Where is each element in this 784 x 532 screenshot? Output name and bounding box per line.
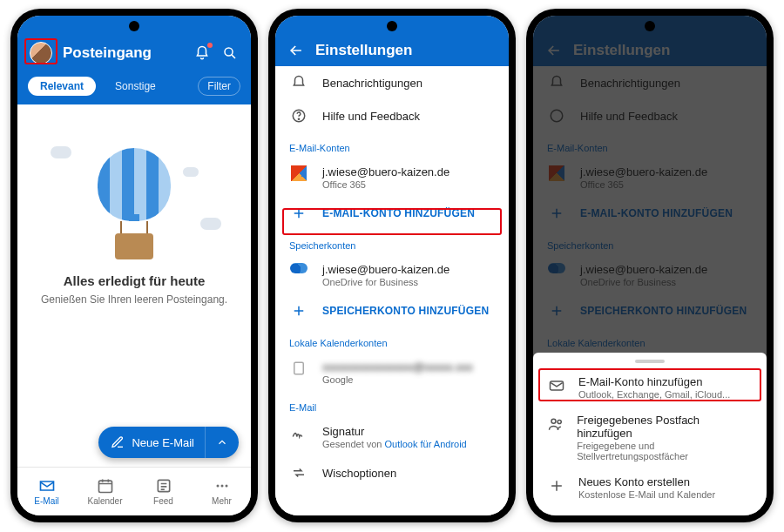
sheet-sub: Freigegebene und Stellvertretungspostfäc…	[577, 441, 753, 461]
tab-feed[interactable]: Feed	[134, 468, 193, 515]
people-icon	[547, 414, 564, 433]
page-title: Posteingang	[63, 44, 183, 62]
row-notifications[interactable]: Benachrichtigungen	[275, 66, 509, 99]
help-icon	[289, 108, 308, 124]
signature-sub: Gesendet von Outlook für Android	[322, 439, 495, 449]
tab-other[interactable]: Sonstige	[103, 77, 168, 96]
back-icon[interactable]	[287, 42, 305, 59]
compose-label: Neue E-Mail	[132, 436, 194, 449]
empty-subtitle: Genießen Sie Ihren leeren Posteingang.	[35, 293, 233, 306]
sheet-sub: Kostenlose E-Mail und Kalender	[578, 489, 715, 500]
section-email: E-Mail	[275, 392, 509, 418]
svg-point-13	[558, 420, 561, 423]
svg-point-3	[216, 485, 219, 488]
sheet-create-account[interactable]: Neues Konto erstellen Kostenlose E-Mail …	[533, 468, 767, 507]
section-accounts: E-Mail-Konten	[275, 132, 509, 158]
svg-point-12	[551, 419, 556, 423]
cloud-icon	[200, 218, 221, 230]
row-account[interactable]: j.wiese@buero-kaizen.de Office 365	[275, 158, 509, 197]
section-local: Lokale Kalenderkonten	[275, 327, 509, 354]
compose-icon	[111, 435, 125, 449]
bottom-sheet: E-Mail-Konto hinzufügen Outlook, Exchang…	[533, 353, 767, 515]
bottom-nav: E-Mail Kalender Feed Mehr	[17, 467, 251, 515]
svg-point-7	[298, 118, 299, 119]
tab-calendar[interactable]: Kalender	[76, 468, 134, 515]
bell-icon	[289, 75, 308, 91]
sheet-title: E-Mail-Konto hinzufügen	[578, 375, 730, 388]
row-help[interactable]: Hilfe und Feedback	[275, 99, 509, 132]
svg-point-0	[225, 48, 233, 56]
row-label: Wischoptionen	[322, 467, 396, 480]
row-label: Hilfe und Feedback	[322, 110, 420, 123]
row-swipe[interactable]: Wischoptionen	[275, 456, 509, 489]
sheet-sub: Outlook, Exchange, Gmail, iCloud...	[578, 389, 730, 400]
local-email: xxxxxxxxxxxxxxxx@xxxxx.xxx	[322, 360, 495, 374]
search-icon[interactable]	[221, 44, 239, 62]
row-label: Signatur	[322, 425, 495, 438]
tab-email[interactable]: E-Mail	[17, 468, 76, 515]
cloud-icon	[183, 167, 199, 177]
local-type: Google	[322, 374, 495, 385]
sheet-handle[interactable]	[635, 360, 665, 363]
row-label: SPEICHERKONTO HINZUFÜGEN	[322, 305, 489, 317]
calendar-icon	[97, 477, 114, 495]
row-add-storage[interactable]: SPEICHERKONTO HINZUFÜGEN	[275, 294, 509, 327]
row-signature[interactable]: Signatur Gesendet von Outlook für Androi…	[275, 418, 509, 456]
row-label: Benachrichtigungen	[322, 77, 422, 90]
sheet-add-shared-mailbox[interactable]: Freigegebenes Postfach hinzufügen Freige…	[533, 407, 767, 468]
row-local-account[interactable]: xxxxxxxxxxxxxxxx@xxxxx.xxx Google	[275, 354, 509, 392]
section-storage: Speicherkonten	[275, 230, 509, 256]
page-title: Einstellungen	[315, 42, 497, 59]
account-email: j.wiese@buero-kaizen.de	[322, 165, 495, 178]
mail-icon	[38, 477, 56, 495]
tab-label: Mehr	[212, 496, 232, 506]
svg-rect-1	[98, 481, 112, 492]
balloon-illustration	[98, 148, 171, 259]
sheet-title: Neues Konto erstellen	[578, 475, 715, 488]
tab-label: E-Mail	[34, 496, 58, 506]
plus-icon	[289, 303, 308, 319]
svg-point-4	[220, 485, 223, 488]
notifications-icon[interactable]	[193, 44, 211, 62]
account-type: Office 365	[322, 179, 495, 190]
compose-fab[interactable]: Neue E-Mail	[98, 427, 239, 458]
cloud-icon	[51, 146, 71, 158]
tab-relevant[interactable]: Relevant	[28, 77, 96, 96]
mail-icon	[547, 375, 566, 394]
onedrive-icon	[289, 263, 308, 273]
plus-icon	[547, 475, 566, 495]
plus-icon	[289, 205, 308, 221]
office-icon	[289, 165, 308, 181]
feed-icon	[155, 477, 172, 495]
signature-icon	[289, 425, 308, 441]
account-icon	[289, 360, 308, 376]
compose-chevron[interactable]	[205, 427, 239, 458]
svg-point-5	[225, 485, 227, 488]
tab-more[interactable]: Mehr	[193, 468, 251, 515]
avatar[interactable]	[30, 42, 52, 64]
row-storage-account[interactable]: j.wiese@buero-kaizen.de OneDrive for Bus…	[275, 256, 509, 294]
filter-button[interactable]: Filter	[198, 77, 240, 96]
empty-inbox: Alles erledigt für heute Genießen Sie Ih…	[17, 104, 251, 392]
swipe-icon	[289, 465, 308, 481]
more-icon	[213, 477, 231, 495]
tab-label: Kalender	[87, 496, 122, 506]
row-label: E-MAIL-KONTO HINZUFÜGEN	[322, 207, 475, 219]
empty-title: Alles erledigt für heute	[35, 273, 233, 288]
svg-rect-8	[294, 362, 304, 374]
storage-email: j.wiese@buero-kaizen.de	[322, 263, 495, 276]
tab-label: Feed	[153, 496, 173, 506]
row-add-email-account[interactable]: E-MAIL-KONTO HINZUFÜGEN	[275, 197, 509, 230]
sheet-title: Freigegebenes Postfach hinzufügen	[577, 414, 753, 440]
storage-type: OneDrive for Business	[322, 277, 495, 287]
sheet-add-email-account[interactable]: E-Mail-Konto hinzufügen Outlook, Exchang…	[533, 368, 767, 407]
